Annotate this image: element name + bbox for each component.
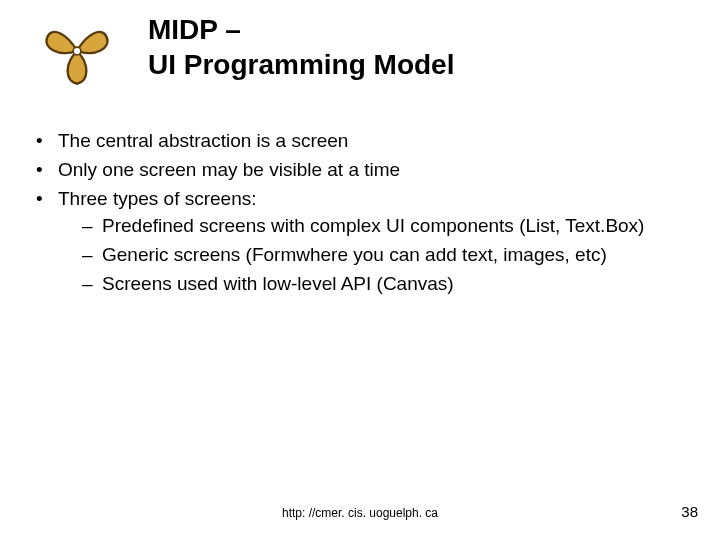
bullet-item: The central abstraction is a screen	[30, 128, 680, 153]
slide-title: MIDP – UI Programming Model	[148, 12, 454, 82]
slide-body: The central abstraction is a screen Only…	[30, 128, 680, 300]
sub-bullet-text: Generic screens (Formwhere you can add t…	[102, 244, 607, 265]
slide-number: 38	[681, 503, 698, 520]
sub-bullet-item: Predefined screens with complex UI compo…	[58, 213, 680, 238]
sub-bullet-item: Screens used with low-level API (Canvas)	[58, 271, 680, 296]
trefoil-logo-icon	[38, 12, 116, 90]
bullet-text: Three types of screens:	[58, 188, 257, 209]
bullet-item: Three types of screens: Predefined scree…	[30, 186, 680, 296]
bullet-item: Only one screen may be visible at a time	[30, 157, 680, 182]
sub-bullet-item: Generic screens (Formwhere you can add t…	[58, 242, 680, 267]
footer-url: http: //cmer. cis. uoguelph. ca	[0, 506, 720, 520]
bullet-text: Only one screen may be visible at a time	[58, 159, 400, 180]
sub-bullet-text: Screens used with low-level API (Canvas)	[102, 273, 454, 294]
title-line-2: UI Programming Model	[148, 47, 454, 82]
title-line-1: MIDP –	[148, 12, 454, 47]
sub-bullet-text: Predefined screens with complex UI compo…	[102, 215, 644, 236]
bullet-text: The central abstraction is a screen	[58, 130, 348, 151]
svg-point-0	[73, 47, 81, 55]
